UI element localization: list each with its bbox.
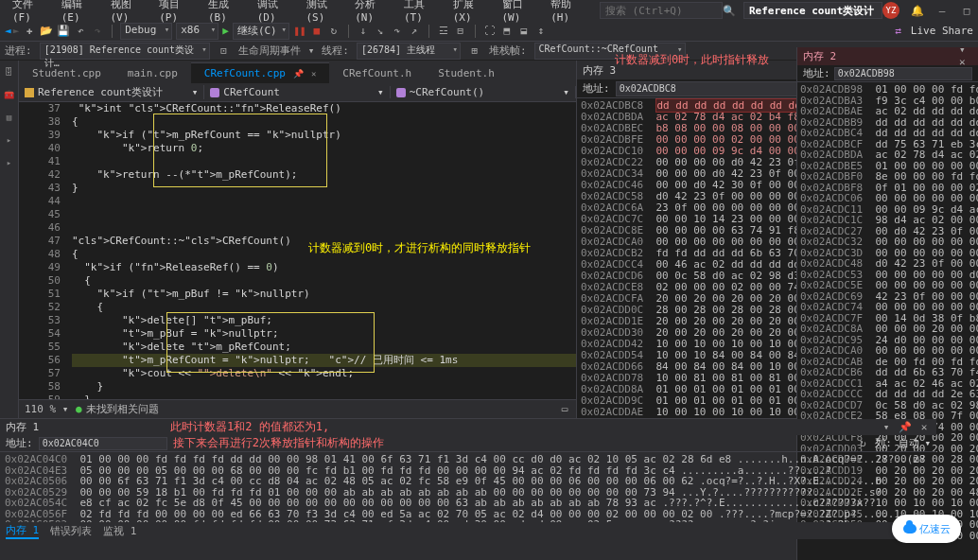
memory1-col-label: 列: 自动 [875,436,918,450]
window-minimize[interactable]: — [935,4,949,17]
tab-crefcount-h[interactable]: CRefCount.h [329,63,425,83]
tool-icon-4[interactable]: ⬒ [500,25,514,38]
step-next-icon[interactable]: ↓ [357,25,370,38]
nav-forward-icon[interactable]: ► [13,25,20,37]
left-tool-strip: 🗄 🧰 ▤ ▸ ▸ [0,61,19,418]
user-avatar[interactable]: YZ [882,2,899,19]
memory1-hex[interactable]: 0x02AC04C0 01 00 00 00 fd fd fd fd dd dd… [0,452,936,522]
method-icon [396,88,406,97]
undo-icon[interactable]: ↶ [74,25,87,38]
memory1-title: 内存 1 [6,420,39,434]
step-into-icon[interactable]: ↘ [374,25,387,38]
bottom-tab-errorlist[interactable]: 错误列表 [50,524,92,538]
editor-statusbar: 110 % ▾ ● 未找到相关问题 ▭ [19,399,576,418]
step-over-icon[interactable]: ↷ [391,25,404,38]
strip-more-icon[interactable]: ▸ [3,133,16,147]
problems-ok-icon: ● [76,403,82,415]
redo-icon[interactable]: ↷ [91,25,104,38]
strip-server-icon[interactable]: 🗄 [3,65,16,79]
thread-label: 线程: [322,44,349,58]
menu-window[interactable]: 窗口(W) [495,0,544,26]
notifications-icon[interactable]: 🔔 [911,4,924,17]
memory2-title: 内存 2 [803,49,836,63]
tool-icon-3[interactable]: ⛶ [483,25,497,38]
tool-icon-1[interactable]: ☲ [437,25,450,38]
editor-navbar: Reference count类设计▾ CRefCount▾ ~CRefCoun… [19,83,576,102]
restart-icon[interactable]: ↻ [327,25,341,38]
new-icon[interactable]: ✚ [23,25,36,38]
tab-crefcount-cpp[interactable]: CRefCount.cpp📌✕ [191,62,330,83]
process-select[interactable]: [21908] Reference count类设计… [40,43,210,60]
strip-props-icon[interactable]: ▤ [3,111,16,124]
global-search-input[interactable] [600,2,723,19]
nav-back-icon[interactable]: ◄ [5,25,11,37]
project-icon [25,88,34,97]
memory3-addr-label: 地址: [583,81,610,96]
tab-main-cpp[interactable]: main.cpp [114,63,191,83]
memory1-refresh-icon[interactable]: ↻ [856,437,869,450]
config-select[interactable]: Debug [120,23,172,40]
continue-icon[interactable]: ▶ [222,25,229,37]
memory2-addr-label: 地址: [803,66,830,80]
open-icon[interactable]: 📂 [40,25,53,38]
split-icon[interactable]: ▭ [563,403,576,416]
stop-icon[interactable]: ■ [310,25,323,38]
nav-scope-class[interactable]: CRefCount▾ [204,86,390,98]
cloud-icon [903,524,917,534]
class-icon [210,88,219,97]
pin-icon[interactable]: 📌 [293,69,304,79]
close-tab-icon[interactable]: ✕ [311,69,316,79]
menu-edit[interactable]: 编辑(E) [54,0,103,26]
nav-scope-method[interactable]: ~CRefCount()▾ [391,86,576,98]
tab-student-cpp[interactable]: Student.cpp [19,63,114,83]
lifecycle-icon[interactable]: ⊡ [218,44,231,58]
stackframe-label: 堆栈帧: [489,44,527,58]
menu-file[interactable]: 文件(F) [5,0,54,26]
tool-icon-2[interactable]: ⊟ [454,25,467,38]
continue-button[interactable]: 继续(C) [233,23,289,40]
bottom-tab-memory1[interactable]: 内存 1 [6,523,39,539]
tool-icon-6[interactable]: ↕ [534,25,548,38]
solution-title-box[interactable]: Reference count类设计 [743,2,882,19]
memory1-annot-sub: 接下来会再进行2次释放指针和析构的操作 [173,435,384,451]
step-out-icon[interactable]: ↗ [408,25,421,38]
menu-tools[interactable]: 工具(T) [396,0,445,26]
tab-student-h[interactable]: Student.h [425,63,508,83]
thread-tool-icon[interactable]: ⊞ [468,44,481,58]
lifecycle-label: 生命周期事件 [238,44,301,58]
menu-bar: 文件(F) 编辑(E) 视图(V) 项目(P) 生成(B) 调试(D) 测试(S… [0,0,978,21]
platform-select[interactable]: x86 [176,23,218,40]
window-maximize[interactable]: □ [960,4,973,17]
strip-toolbox-icon[interactable]: 🧰 [3,88,16,101]
annotation-release: 计数器减到0时，此时指针释放 [615,52,769,68]
nav-scope-project[interactable]: Reference count类设计▾ [19,85,204,99]
thread-select[interactable]: [26784] 主线程 [357,43,461,60]
menu-test[interactable]: 测试(S) [299,0,348,26]
menu-extensions[interactable]: 扩展(X) [445,0,495,26]
pause-icon[interactable]: ❚❚ [293,25,306,38]
liveshare-icon[interactable]: ⇄ [892,25,905,38]
memory2-close-icon[interactable]: ▾ ✕ [959,49,972,62]
watermark-logo: 亿速云 [892,515,961,543]
memory1-annot-title: 此时计数器1和2 的值都还为1, [170,419,329,435]
menu-help[interactable]: 帮助(H) [543,0,592,26]
zoom-select[interactable]: 110 % ▾ [19,403,76,415]
memory1-addr-input[interactable] [39,437,167,450]
bottom-tab-watch1[interactable]: 监视 1 [103,524,136,538]
panel-menu-icon[interactable]: ▾ [880,421,893,434]
search-icon[interactable]: 🔍 [723,4,736,17]
save-icon[interactable]: 💾 [57,25,70,38]
panel-pin-icon[interactable]: 📌 [899,421,912,434]
main-toolbar: ◄ ► ✚ 📂 💾 ↶ ↷ Debug x86 ▶ 继续(C) ❚❚ ■ ↻ ↓… [0,21,978,42]
menu-analyze[interactable]: 分析(N) [347,0,396,26]
tool-icon-5[interactable]: ⬓ [517,25,531,38]
code-editor[interactable]: 37-38-394041424344454647-48-49-50-51-525… [19,102,576,399]
memory1-addr-label: 地址: [6,436,33,450]
panel-close-icon[interactable]: ✕ [917,421,931,434]
proc-label: 进程: [5,44,32,58]
editor-tabs: Student.cpp main.cpp CRefCount.cpp📌✕ CRe… [19,61,576,83]
memory2-addr-input[interactable] [834,67,972,80]
liveshare-label[interactable]: Live Share [911,25,973,37]
problems-text[interactable]: 未找到相关问题 [86,402,159,416]
strip-more2-icon[interactable]: ▸ [3,156,16,169]
